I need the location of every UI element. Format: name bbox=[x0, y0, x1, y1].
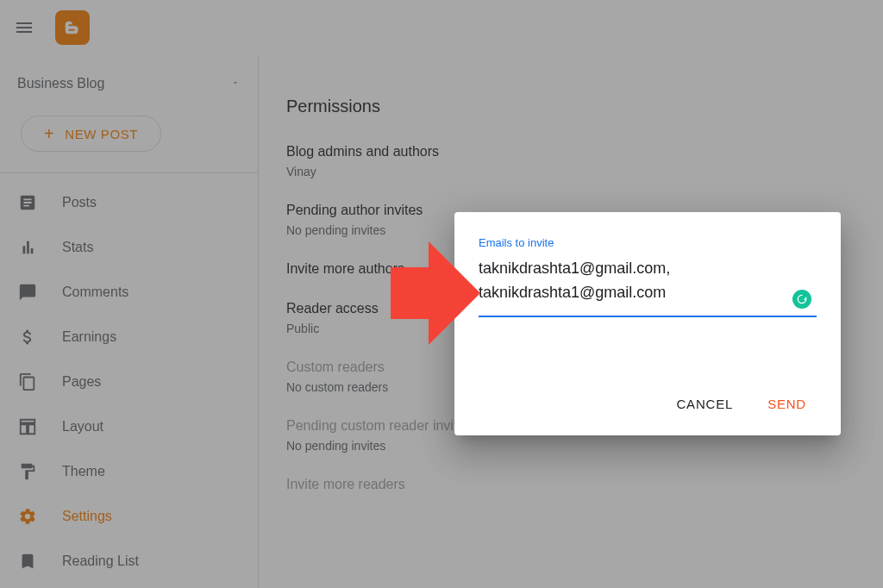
cancel-button[interactable]: CANCEL bbox=[666, 390, 743, 418]
send-button[interactable]: SEND bbox=[757, 390, 817, 418]
dialog-field-label: Emails to invite bbox=[479, 236, 554, 249]
emails-field: Emails to invite bbox=[479, 236, 817, 328]
invite-dialog: Emails to invite CANCEL SEND bbox=[454, 212, 841, 435]
grammarly-icon[interactable] bbox=[792, 290, 811, 309]
emails-input[interactable] bbox=[479, 252, 817, 317]
dialog-actions: CANCEL SEND bbox=[479, 390, 817, 418]
